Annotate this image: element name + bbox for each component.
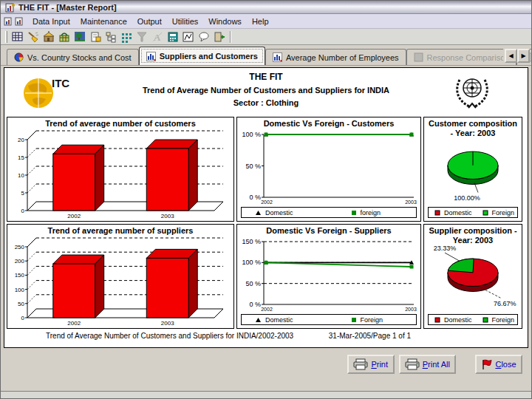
tab-scroll: ◀ ▶ bbox=[503, 49, 530, 63]
svg-text:250: 250 bbox=[15, 244, 25, 250]
legend-label: Foreign bbox=[492, 316, 515, 324]
toolbar: A bbox=[1, 29, 531, 45]
toolbar-grid-button[interactable] bbox=[119, 30, 134, 44]
svg-text:150 %: 150 % bbox=[242, 238, 261, 245]
toolbar-hierarchy-button[interactable] bbox=[103, 30, 118, 44]
tab-response-comparison[interactable]: Response Comparison bbox=[406, 49, 517, 65]
legend-label: Foreign bbox=[492, 209, 515, 216]
window-title: THE FIT - [Master Report] bbox=[18, 3, 117, 12]
basket-icon bbox=[58, 31, 70, 43]
triangle-marker-icon bbox=[255, 317, 262, 323]
sweep-icon bbox=[27, 31, 39, 43]
legend-label: Domestic bbox=[444, 209, 472, 216]
svg-text:100.00%: 100.00% bbox=[454, 194, 480, 202]
svg-text:50 %: 50 % bbox=[245, 280, 261, 287]
customers-bar-chart: 0510152020022003 bbox=[7, 129, 233, 221]
toolbar-exit-button[interactable] bbox=[212, 30, 227, 44]
toolbar-basket-button[interactable] bbox=[57, 30, 72, 44]
toolbar-chart-button[interactable] bbox=[181, 30, 196, 44]
svg-text:2002: 2002 bbox=[67, 213, 81, 219]
chart-grid: Trend of average number of customers 051… bbox=[4, 117, 528, 329]
legend-customer-pie: Domestic Foreign bbox=[428, 207, 518, 218]
report-subtitle: Trend of Average Number of Customers and… bbox=[4, 86, 528, 95]
menu-utilities[interactable]: Utilities bbox=[167, 16, 203, 27]
legend-label: Domestic bbox=[265, 209, 293, 216]
tab-label: Response Comparison bbox=[427, 53, 510, 62]
left-arrow-icon: ◀ bbox=[508, 52, 513, 59]
report-header: ITC THE FIT Trend of Average Number of C… bbox=[4, 68, 528, 117]
window-bottom-edge bbox=[1, 391, 531, 398]
toolbar-sweep-button[interactable] bbox=[26, 30, 41, 44]
svg-text:0: 0 bbox=[21, 208, 25, 214]
svg-text:2002: 2002 bbox=[67, 320, 81, 327]
menu-help[interactable]: Help bbox=[247, 16, 274, 27]
square-marker-icon bbox=[482, 210, 488, 216]
toolbar-tree-button[interactable] bbox=[72, 30, 87, 44]
svg-text:2003: 2003 bbox=[405, 200, 417, 205]
menu-output[interactable]: Output bbox=[132, 16, 167, 27]
child-window-icon[interactable] bbox=[4, 16, 13, 26]
square-marker-icon bbox=[482, 317, 488, 323]
title-bar: THE FIT - [Master Report] bbox=[1, 1, 531, 14]
chart-title: Trend of average number of suppliers bbox=[7, 225, 233, 236]
tab-scroll-right-button[interactable]: ▶ bbox=[517, 49, 530, 63]
child-window-icon[interactable] bbox=[15, 16, 24, 26]
square-marker-icon bbox=[434, 210, 440, 216]
toolbar-table-button[interactable] bbox=[10, 30, 25, 44]
svg-text:2002: 2002 bbox=[261, 307, 273, 312]
tab-suppliers-customers[interactable]: Suppliers and Customers bbox=[139, 47, 265, 65]
funnel-icon bbox=[136, 31, 148, 43]
hierarchy-icon bbox=[105, 31, 117, 43]
toolbar-calculator-button[interactable] bbox=[166, 30, 180, 44]
tab-country-stocks[interactable]: Vs. Country Stocks and Cost bbox=[7, 49, 139, 65]
comment-icon bbox=[198, 31, 210, 43]
notes-icon bbox=[89, 31, 101, 43]
report-panel: ITC THE FIT Trend of Average Number of C… bbox=[4, 67, 528, 348]
toolbar-separator bbox=[230, 31, 231, 43]
square-marker-icon bbox=[434, 317, 440, 323]
chart-title: Trend of average number of customers bbox=[7, 117, 233, 129]
exit-icon bbox=[214, 31, 225, 43]
legend-label: foreign bbox=[361, 209, 381, 216]
right-arrow-icon: ▶ bbox=[521, 52, 525, 59]
svg-text:100 %: 100 % bbox=[242, 131, 261, 138]
chart-panel-suppliers-domestic-foreign: Domestic Vs Foreign - Suppliers 0 %50 %1… bbox=[236, 224, 421, 329]
menu-data-input[interactable]: Data Input bbox=[27, 16, 75, 27]
svg-text:0 %: 0 % bbox=[249, 301, 261, 308]
report-title: THE FIT bbox=[4, 72, 528, 82]
tab-bar: Vs. Country Stocks and Cost Suppliers an… bbox=[1, 45, 531, 66]
building-icon bbox=[43, 31, 55, 43]
flag-icon bbox=[481, 358, 493, 370]
legend-label: Domestic bbox=[265, 316, 293, 324]
toolbar-notes-button[interactable] bbox=[88, 30, 103, 44]
toolbar-building-button[interactable] bbox=[41, 30, 56, 44]
un-logo bbox=[451, 69, 494, 112]
legend-label: Foreign bbox=[361, 316, 383, 324]
tab-average-employees[interactable]: Average Number of Employees bbox=[265, 49, 406, 65]
close-button[interactable]: Close bbox=[475, 355, 522, 374]
print-button[interactable]: Print bbox=[347, 355, 395, 374]
chart-icon bbox=[183, 31, 194, 43]
menu-windows[interactable]: Windows bbox=[203, 16, 247, 27]
bar-chart-icon bbox=[273, 52, 282, 62]
print-label: Print bbox=[371, 360, 388, 369]
chart-panel-supplier-composition: Supplier composition - Year: 2003 23.33%… bbox=[423, 224, 522, 329]
tab-scroll-left-button[interactable]: ◀ bbox=[505, 49, 517, 63]
svg-text:23.33%: 23.33% bbox=[434, 245, 457, 252]
menu-maintenance[interactable]: Maintenance bbox=[75, 16, 132, 27]
toolbar-funnel-button[interactable] bbox=[134, 30, 149, 44]
toolbar-comment-button[interactable] bbox=[197, 30, 211, 44]
report-sector: Sector : Clothing bbox=[4, 98, 528, 107]
svg-text:2003: 2003 bbox=[405, 307, 417, 312]
svg-text:20: 20 bbox=[18, 137, 24, 143]
print-all-button[interactable]: Print All bbox=[399, 355, 456, 374]
suppliers-line-chart: 0 %50 %100 %150 %20022003 bbox=[237, 236, 420, 313]
customer-pie-chart: 100.00% bbox=[424, 138, 522, 206]
svg-text:5: 5 bbox=[21, 190, 25, 197]
svg-text:0: 0 bbox=[21, 315, 25, 321]
toolbar-font-button[interactable]: A bbox=[150, 30, 165, 44]
chart-title: Customer composition - Year: 2003 bbox=[424, 117, 522, 138]
supplier-pie-chart: 23.33%76.67% bbox=[424, 245, 522, 313]
svg-text:100 %: 100 % bbox=[242, 259, 261, 266]
svg-text:2003: 2003 bbox=[161, 320, 174, 327]
